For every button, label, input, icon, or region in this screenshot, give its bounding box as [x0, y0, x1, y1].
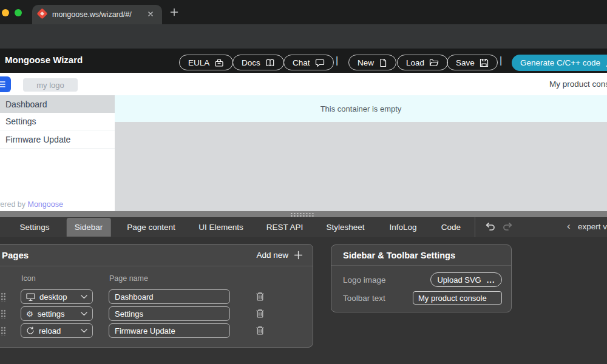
generate-code-button[interactable]: Generate C/C++ code: [512, 55, 607, 71]
toolbar-separator: |: [500, 55, 502, 66]
preview-top-bar: [0, 73, 607, 95]
eula-button[interactable]: EULA: [179, 55, 233, 70]
chat-label: Chat: [293, 58, 310, 67]
icon-select[interactable]: reload: [21, 323, 93, 338]
powered-prefix: Powered by: [0, 200, 27, 209]
tab-close-icon[interactable]: [146, 10, 155, 18]
preview-sidebar: Dashboard Settings Firmware Update: [0, 95, 115, 211]
powered-by-text: Powered by Mongoose: [0, 200, 63, 209]
hamburger-menu-button[interactable]: [0, 76, 11, 92]
icon-select-value: desktop: [39, 292, 76, 302]
save-label: Save: [456, 58, 475, 67]
tab-settings[interactable]: Settings: [12, 218, 58, 237]
redo-icon[interactable]: [501, 221, 514, 232]
preview-content-area: [115, 122, 607, 211]
chevron-down-icon: [81, 312, 87, 316]
tab-infolog[interactable]: InfoLog: [381, 218, 424, 237]
browser-address-bar: mongoose.ws/wizard/#/ Incognito New Chro…: [0, 24, 607, 49]
empty-container-text: This container is empty: [320, 104, 402, 113]
chevron-left-icon[interactable]: ‹: [567, 220, 571, 232]
page-row: reload: [0, 323, 313, 338]
undo-icon[interactable]: [484, 221, 497, 232]
preview-nav-dashboard[interactable]: Dashboard: [0, 95, 115, 113]
folder-open-icon: [429, 58, 439, 67]
mongoose-link[interactable]: Mongoose: [27, 200, 63, 209]
drag-handle-icon[interactable]: [1, 309, 6, 318]
tab-title: mongoose.ws/wizard/#/: [52, 10, 132, 19]
chat-bubble-icon: [315, 58, 325, 67]
icon-select-value: reload: [39, 326, 76, 335]
mongoose-favicon-icon: [36, 8, 47, 19]
splitter-grip-icon[interactable]: [290, 212, 314, 217]
page-name-input[interactable]: [109, 323, 230, 338]
docs-label: Docs: [242, 58, 260, 67]
logo-image-label: Logo image: [343, 275, 386, 285]
preview-toolbar-text: My product console: [549, 79, 607, 89]
app-title: Mongoose Wizard: [5, 55, 83, 65]
gear-icon: ⚙: [26, 310, 33, 318]
docs-button[interactable]: Docs: [232, 55, 284, 70]
pages-panel: Pages Add new Icon Page name desktop: [0, 244, 313, 348]
add-new-button[interactable]: Add new: [256, 251, 303, 260]
ballot-icon: [214, 58, 224, 67]
ellipsis-icon: ...: [487, 275, 495, 285]
settings-panel-title: Sidebar & Toolbar Settings: [343, 251, 455, 260]
toolbar-separator: |: [336, 55, 338, 66]
trash-icon[interactable]: [256, 309, 265, 318]
screen: mongoose.ws/wizard/#/ mongoose.ws/wizard…: [0, 0, 607, 364]
chat-button[interactable]: Chat: [283, 55, 334, 70]
icon-select[interactable]: ⚙ settings: [21, 306, 93, 321]
browser-tab-strip: mongoose.ws/wizard/#/: [0, 0, 607, 24]
drag-handle-icon[interactable]: [1, 292, 6, 302]
page-name-input[interactable]: [109, 289, 230, 304]
page-row: ⚙ settings: [0, 306, 313, 321]
chevron-down-icon: [81, 295, 87, 299]
preview-nav-firmware[interactable]: Firmware Update: [0, 130, 115, 149]
generate-label: Generate C/C++ code: [520, 58, 600, 67]
save-floppy-icon: [480, 58, 489, 67]
trash-icon[interactable]: [256, 292, 265, 302]
tab-rest-api[interactable]: REST API: [259, 218, 311, 237]
preview-empty-container: This container is empty: [115, 95, 607, 122]
tab-sidebar[interactable]: Sidebar: [67, 218, 111, 237]
plus-icon: [294, 251, 303, 260]
load-button[interactable]: Load: [397, 55, 448, 70]
page-name-input[interactable]: [109, 306, 230, 321]
tab-stylesheet[interactable]: Stylesheet: [318, 218, 372, 237]
expert-view-toggle[interactable]: expert view: [578, 222, 607, 231]
traffic-light-minimize[interactable]: [2, 9, 9, 16]
reload-icon: [26, 326, 35, 335]
drag-handle-icon[interactable]: [1, 326, 6, 335]
tab-ui-elements[interactable]: UI Elements: [191, 218, 251, 237]
toolbar-text-input[interactable]: [413, 291, 502, 305]
sidebar-toolbar-settings-panel: Sidebar & Toolbar Settings Logo image Up…: [331, 244, 512, 312]
column-name-label: Page name: [109, 274, 148, 283]
traffic-light-zoom[interactable]: [15, 9, 22, 16]
column-icon-label: Icon: [21, 274, 36, 283]
load-label: Load: [406, 58, 424, 67]
new-tab-icon[interactable]: [169, 7, 179, 17]
new-file-icon: [379, 58, 387, 67]
logo-placeholder[interactable]: my logo: [23, 78, 78, 92]
chevron-down-icon: [81, 329, 87, 333]
eula-label: EULA: [188, 58, 209, 67]
new-label: New: [358, 58, 374, 67]
page-row: desktop: [0, 289, 313, 304]
desktop-icon: [26, 293, 35, 301]
new-button[interactable]: New: [348, 55, 396, 70]
upload-svg-button[interactable]: Upload SVG ...: [430, 272, 502, 287]
icon-select[interactable]: desktop: [21, 289, 93, 304]
pages-separator: [0, 266, 313, 266]
tab-page-content[interactable]: Page content: [119, 218, 183, 237]
icon-select-value: settings: [38, 309, 76, 318]
browser-tab[interactable]: mongoose.ws/wizard/#/: [32, 5, 162, 24]
trash-icon[interactable]: [256, 326, 265, 335]
book-icon: [265, 58, 275, 67]
toolbar-text-label: Toolbar text: [343, 294, 385, 303]
tabbar-divider: [475, 217, 475, 237]
pages-title: Pages: [2, 250, 29, 260]
tab-code[interactable]: Code: [433, 218, 469, 237]
add-new-label: Add new: [256, 251, 288, 260]
preview-nav-settings[interactable]: Settings: [0, 113, 115, 130]
save-button[interactable]: Save: [447, 55, 498, 70]
